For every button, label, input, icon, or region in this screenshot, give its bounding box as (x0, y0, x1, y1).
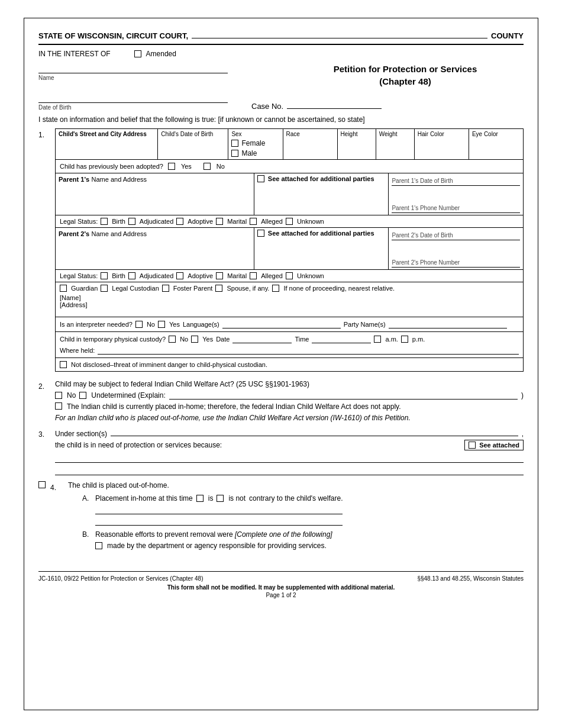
subB-label: B. (82, 530, 95, 539)
parent1-header-row: Parent 1's Name and Address See attached… (56, 173, 523, 215)
p2-unknown-label: Unknown (297, 272, 324, 279)
pm-checkbox[interactable] (401, 336, 408, 343)
interp-no-checkbox[interactable] (135, 321, 143, 328)
p2-unknown-checkbox[interactable] (286, 272, 293, 279)
p1-marital-checkbox[interactable] (216, 218, 223, 225)
child-height-cell: Height (338, 129, 376, 159)
male-label: Male (241, 149, 257, 157)
s3-see-attached-label: See attached (479, 442, 519, 449)
section1-content: Child's Street and City Address Child's … (55, 128, 524, 372)
if-none-checkbox[interactable] (272, 285, 279, 292)
county-label: COUNTY (491, 31, 524, 40)
custody-no-checkbox[interactable] (169, 336, 176, 343)
adopted-yes-label: Yes (181, 163, 192, 170)
s2-no-checkbox[interactable] (55, 392, 62, 399)
am-checkbox[interactable] (374, 336, 381, 343)
s2-indian-checkbox[interactable] (55, 402, 62, 410)
female-option: Female (231, 139, 279, 147)
p2-adjudicated-checkbox[interactable] (128, 272, 135, 279)
where-held-input[interactable] (98, 346, 519, 355)
sub-item-b: B. Reasonable efforts to prevent removal… (82, 530, 524, 550)
s2-undetermined-checkbox[interactable] (79, 392, 86, 399)
p2-adoptive-checkbox[interactable] (176, 272, 183, 279)
parent2-phone-label: Parent 2's Phone Number (392, 259, 520, 268)
foster-parent-checkbox[interactable] (162, 285, 169, 292)
s4-text: The child is placed out-of-home. (68, 481, 524, 489)
statement-text: I state on information and belief that t… (38, 115, 524, 124)
date-input[interactable] (232, 335, 292, 343)
parent2-section: Parent 2's Name and Address See attached… (56, 228, 523, 282)
spouse-checkbox[interactable] (215, 285, 222, 292)
interp-yes-checkbox[interactable] (158, 321, 165, 328)
amended-section: Amended (134, 50, 176, 58)
p1-adjudicated-checkbox[interactable] (128, 218, 135, 225)
time-input[interactable] (312, 335, 371, 343)
hair-color-label: Hair Color (418, 131, 466, 137)
child-need-label: the child is in need of protection or se… (55, 441, 222, 449)
p2-marital-checkbox[interactable] (216, 272, 223, 279)
under-sections-input[interactable] (111, 428, 518, 436)
s2-explain-input[interactable] (169, 391, 518, 400)
p1-birth-checkbox[interactable] (101, 218, 108, 225)
p1-unknown-checkbox[interactable] (286, 218, 293, 225)
p2-alleged-checkbox[interactable] (250, 272, 257, 279)
s3-line1[interactable] (55, 453, 524, 463)
adopted-no-checkbox[interactable] (204, 163, 211, 170)
female-checkbox[interactable] (231, 140, 238, 147)
parent2-dob-label: Parent 2's Date of Birth (392, 232, 520, 240)
placement-is-checkbox[interactable] (196, 495, 204, 502)
parent2-see-attached: See attached for additional parties (254, 228, 389, 269)
parent1-legal-row: Legal Status: Birth Adjudicated Adoptive… (56, 215, 523, 227)
party-name-input[interactable] (389, 320, 507, 328)
section2-row: 2. Child may be subject to federal India… (38, 380, 524, 422)
sub-item-a: A. Placement in-home at this time is is … (82, 494, 524, 526)
subA-label: A. (82, 494, 95, 502)
p2-birth-checkbox[interactable] (101, 272, 108, 279)
danger-row: Not disclosed–threat of imminent danger … (56, 358, 523, 371)
custody-no-label: No (180, 336, 188, 343)
petition-title: Petition for Protection or Services (287, 64, 524, 74)
sex-label: Sex (231, 131, 279, 137)
interest-row: IN THE INTEREST OF Amended (38, 50, 524, 58)
not-disclosed-checkbox[interactable] (60, 361, 67, 368)
legal-custodian-checkbox[interactable] (101, 285, 108, 292)
guardian-checkbox[interactable] (60, 285, 67, 292)
chapter-label: (Chapter 48) (287, 76, 524, 86)
interest-label: IN THE INTEREST OF (38, 50, 111, 58)
parent2-see-attached-checkbox[interactable] (257, 230, 264, 237)
guardian-address-placeholder: [Address] (60, 301, 87, 308)
parent2-name-addr-label: Name and Address (92, 230, 147, 237)
made-by-checkbox[interactable] (95, 542, 102, 549)
footer-page: Page 1 of 2 (38, 592, 524, 598)
placement-isnot-checkbox[interactable] (217, 495, 224, 502)
complete-one-label: [Complete one of the following] (235, 530, 332, 539)
subA-line2[interactable] (95, 517, 343, 526)
p1-alleged-checkbox[interactable] (250, 218, 257, 225)
custody-yes-label: Yes (202, 336, 213, 343)
parent2-bold-label: Parent 2's (59, 230, 89, 237)
caseno-input-line[interactable] (287, 99, 382, 109)
custody-yes-checkbox[interactable] (191, 336, 198, 343)
child-haircolor-cell: Hair Color (415, 129, 469, 159)
section3-content: Under section(s) , the child is in need … (55, 428, 524, 475)
child-weight-cell: Weight (376, 129, 415, 159)
custody-row: Child in temporary physical custody? No … (56, 332, 523, 358)
parent1-see-attached: See attached for additional parties (254, 173, 389, 215)
subA-line1[interactable] (95, 506, 343, 514)
adopted-yes-checkbox[interactable] (168, 163, 175, 170)
languages-input[interactable] (222, 320, 341, 328)
footer-notice1: This form shall not be modified. It may … (38, 584, 524, 591)
s3-see-attached-checkbox[interactable] (469, 442, 476, 449)
amended-checkbox[interactable] (134, 50, 141, 57)
dob-input-line[interactable] (38, 94, 228, 103)
male-checkbox[interactable] (231, 150, 238, 157)
interpreter-row: Is an interpreter needed? No Yes Languag… (56, 317, 523, 332)
parent1-see-attached-checkbox[interactable] (257, 175, 264, 182)
p1-adoptive-checkbox[interactable] (176, 218, 183, 225)
name-section: Name (38, 64, 275, 81)
spouse-label: Spouse, if any. (227, 285, 269, 292)
guardian-address-field: [Address] (60, 301, 519, 308)
s3-line2[interactable] (55, 466, 524, 475)
s4-checkbox[interactable] (38, 481, 46, 488)
name-input-line[interactable] (38, 64, 228, 73)
